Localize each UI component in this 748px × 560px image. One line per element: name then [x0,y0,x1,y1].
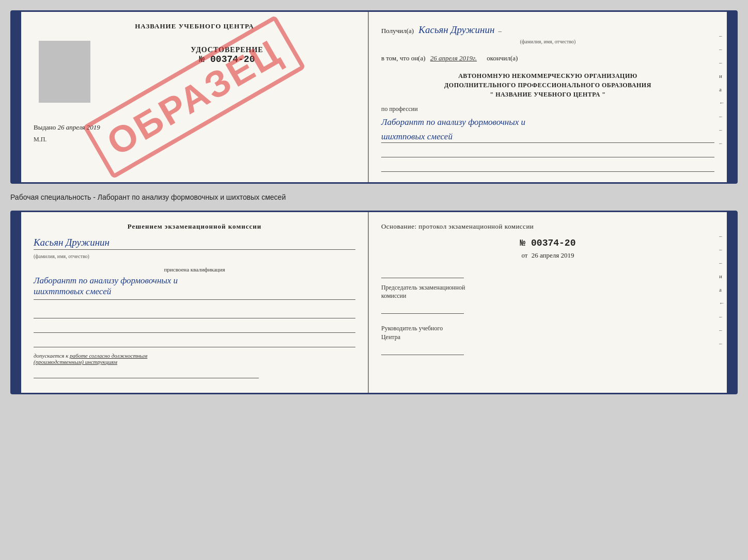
org-block: АВТОНОМНУЮ НЕКОММЕРЧЕСКУЮ ОРГАНИЗАЦИЮ ДО… [381,71,714,99]
bottom-document: Решением экзаменационной комиссии Касьян… [10,211,738,395]
right-page-content: Получил(а) Касьян Дружинин – (фамилия, и… [381,22,714,172]
chairman-sig-line [381,303,464,314]
received-line: Получил(а) Касьян Дружинин – (фамилия, и… [381,22,714,46]
bottom-right-page: Основание: протокол экзаменационной коми… [369,212,727,393]
protocol-date: от 26 апреля 2019 [381,251,714,260]
mp-label: М.П. [34,136,355,143]
head-sig-line [381,345,464,355]
issued-date: Выдано 26 апреля 2019 [34,123,355,132]
person-name: Касьян Дружинин [34,237,355,250]
page-wrapper: НАЗВАНИЕ УЧЕБНОГО ЦЕНТРА УДОСТОВЕРЕНИЕ №… [0,0,748,560]
signature-lines [34,308,355,347]
side-marks: – – – и а ← – – – [719,33,725,146]
specialty-text: Рабочая специальность - Лаборант по анал… [10,190,738,204]
bottom-spine-left [12,212,21,393]
recipient-name: Касьян Дружинин [418,24,494,35]
cert-title: НАЗВАНИЕ УЧЕБНОГО ЦЕНТРА [34,22,355,30]
sig-line-3 [34,337,355,347]
book-spine-left [12,12,21,182]
book-spine-right [727,12,736,182]
top-document: НАЗВАНИЕ УЧЕБНОГО ЦЕНТРА УДОСТОВЕРЕНИЕ №… [10,10,738,184]
protocol-number: № 00374-20 [381,238,714,248]
top-right-page: Получил(а) Касьян Дружинин – (фамилия, и… [369,12,727,182]
head-label: Руководитель учебного Центра [381,324,714,342]
bottom-spine-right [727,212,736,393]
line1 [381,146,714,157]
sig-line-1 [34,308,355,318]
photo-placeholder [39,41,90,103]
basis-title: Основание: протокол экзаменационной коми… [381,222,714,231]
allowed-text: допускается к работе согласно должностны… [34,353,355,365]
qual-label: присвоена квалификация [34,266,355,273]
right-side-marks: – – – и а ← – – – [719,233,725,346]
top-left-page: НАЗВАНИЕ УЧЕБНОГО ЦЕНТРА УДОСТОВЕРЕНИЕ №… [21,12,369,182]
decision-title: Решением экзаменационной комиссии [34,222,355,231]
right-sep-line [381,268,464,278]
line2 [381,161,714,172]
profession-section: по профессии Лаборанпт по анализу формов… [381,104,714,171]
cert-label: УДОСТОВЕРЕНИЕ [99,46,355,54]
sig-line-bottom [34,368,259,378]
bottom-left-page: Решением экзаменационной комиссии Касьян… [21,212,369,393]
date-line: в том, что он(а) 26 апреля 2019г. окончи… [381,53,714,64]
cert-number: № 00374-20 [99,54,355,65]
sig-line-2 [34,323,355,333]
chairman-label: Председатель экзаменационной комиссии [381,283,714,301]
